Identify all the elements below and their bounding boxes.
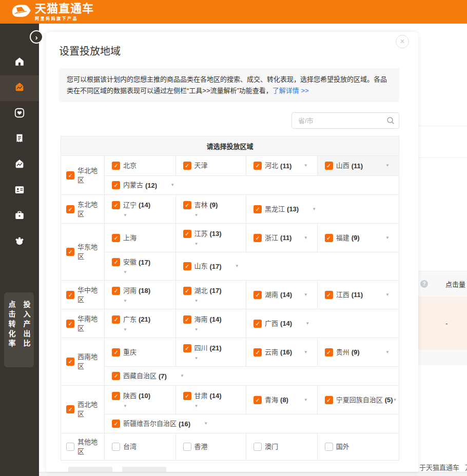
province-cell[interactable]: ✓北京 [105, 156, 176, 175]
province-cell[interactable]: ✓陕西(10)▼ [105, 386, 176, 414]
footer-link-fragment[interactable]: 于天猫直通车 [419, 462, 459, 472]
province-cell[interactable]: ✓海南(14)▼ [176, 309, 246, 338]
checkbox-checked[interactable]: ✓ [66, 320, 74, 328]
chevron-down-icon[interactable]: ▼ [123, 299, 127, 304]
province-cell[interactable]: ✓吉林(9)▼ [176, 195, 246, 223]
checkbox-checked[interactable]: ✓ [112, 392, 120, 400]
province-cell[interactable]: ✓辽宁(14)▼ [105, 195, 176, 223]
checkbox-checked[interactable]: ✓ [66, 405, 74, 413]
province-cell[interactable]: 台湾 [105, 433, 176, 460]
sidebar-item-home[interactable] [0, 50, 39, 75]
chevron-down-icon[interactable]: ▼ [304, 292, 308, 298]
checkbox-unchecked[interactable] [325, 443, 333, 451]
checkbox-unchecked[interactable] [66, 443, 74, 451]
sidebar-item-shop-sign[interactable] [0, 152, 39, 178]
region-group-toggle[interactable]: ✓华中地区 [61, 281, 105, 309]
checkbox-unchecked[interactable] [183, 443, 191, 451]
region-group-toggle[interactable]: ✓西北地区 [61, 386, 105, 433]
sidebar-item-favorite[interactable] [0, 101, 39, 127]
checkbox-checked[interactable]: ✓ [183, 262, 191, 270]
metrics-vertical-widget[interactable]: 点击转化率 投入产出比 [4, 292, 34, 367]
province-cell[interactable]: ✓贵州(9)▼ [317, 338, 399, 366]
checkbox-checked[interactable]: ✓ [66, 358, 74, 366]
chevron-down-icon[interactable]: ▼ [123, 327, 127, 332]
chevron-down-icon[interactable]: ▼ [385, 292, 390, 298]
learn-more-link[interactable]: 了解详情 >> [273, 87, 309, 94]
sidebar-item-contact-card[interactable] [0, 178, 39, 204]
chevron-down-icon[interactable]: ▼ [194, 327, 199, 332]
select-all-button[interactable]: 全部选中 [68, 467, 112, 472]
checkbox-unchecked[interactable] [254, 443, 262, 451]
checkbox-checked[interactable]: ✓ [254, 396, 262, 404]
checkbox-checked[interactable]: ✓ [254, 291, 262, 299]
chevron-down-icon[interactable]: ▼ [312, 207, 316, 212]
sidebar-item-paw[interactable] [0, 229, 39, 255]
province-cell[interactable]: 国外 [317, 433, 399, 460]
checkbox-checked[interactable]: ✓ [66, 205, 74, 213]
checkbox-checked[interactable]: ✓ [112, 315, 120, 324]
checkbox-checked[interactable]: ✓ [112, 181, 120, 189]
chevron-down-icon[interactable]: ▼ [304, 163, 308, 168]
checkbox-checked[interactable]: ✓ [66, 248, 74, 256]
province-cell[interactable]: ✓湖北(17)▼ [176, 281, 246, 309]
province-cell[interactable]: ✓四川(21)▼ [176, 338, 246, 366]
checkbox-checked[interactable]: ✓ [112, 420, 120, 428]
region-group-toggle[interactable]: ✓华南地区 [61, 309, 105, 338]
checkbox-checked[interactable]: ✓ [183, 230, 191, 238]
province-cell[interactable]: ✓上海 [105, 224, 176, 252]
chevron-down-icon[interactable]: ▼ [180, 373, 184, 379]
province-search-input[interactable] [291, 112, 399, 129]
region-group-toggle[interactable]: ✓华北地区 [61, 156, 105, 194]
checkbox-checked[interactable]: ✓ [325, 348, 333, 356]
checkbox-checked[interactable]: ✓ [254, 234, 262, 242]
cancel-all-button[interactable]: 全部取消 [122, 467, 166, 472]
checkbox-checked[interactable]: ✓ [183, 315, 191, 324]
sidebar-item-campaign[interactable] [0, 75, 39, 101]
province-cell[interactable]: ✓内蒙古(12)▼ [105, 176, 399, 194]
checkbox-checked[interactable]: ✓ [254, 162, 262, 170]
chevron-down-icon[interactable]: ▼ [123, 404, 127, 409]
province-cell[interactable]: ✓山西(11)▼ [317, 156, 399, 175]
checkbox-checked[interactable]: ✓ [183, 392, 191, 400]
province-cell[interactable]: ✓云南(16)▼ [246, 338, 317, 366]
region-group-toggle[interactable]: ✓西南地区 [61, 338, 105, 385]
province-cell[interactable]: ✓重庆 [105, 338, 176, 366]
checkbox-checked[interactable]: ✓ [112, 348, 120, 356]
checkbox-checked[interactable]: ✓ [183, 162, 191, 170]
chevron-down-icon[interactable]: ▼ [194, 299, 199, 304]
region-group-toggle[interactable]: ✓东北地区 [61, 195, 105, 223]
sidebar-item-briefcase[interactable] [0, 204, 39, 229]
province-cell[interactable]: ✓新疆维吾尔自治区(16)▼ [105, 414, 399, 433]
chevron-down-icon[interactable]: ▼ [123, 270, 127, 275]
checkbox-checked[interactable]: ✓ [325, 396, 333, 404]
checkbox-checked[interactable]: ✓ [112, 258, 120, 266]
province-cell[interactable]: ✓广东(21)▼ [105, 309, 176, 338]
province-cell[interactable]: ✓天津 [176, 156, 246, 175]
province-cell[interactable]: ✓黑龙江(13)▼ [246, 195, 399, 223]
checkbox-checked[interactable]: ✓ [183, 201, 191, 209]
chevron-down-icon[interactable]: ▼ [304, 235, 308, 241]
modal-close-button[interactable]: × [396, 35, 409, 48]
province-cell[interactable]: ✓福建(9)▼ [317, 224, 399, 252]
chevron-down-icon[interactable]: ▼ [304, 398, 308, 403]
checkbox-checked[interactable]: ✓ [112, 162, 120, 170]
province-cell[interactable]: ✓甘肃(14)▼ [176, 386, 246, 414]
checkbox-unchecked[interactable] [112, 443, 120, 451]
checkbox-checked[interactable]: ✓ [183, 287, 191, 295]
search-icon[interactable] [386, 116, 395, 125]
checkbox-checked[interactable]: ✓ [325, 291, 333, 299]
checkbox-checked[interactable]: ✓ [325, 234, 333, 242]
province-cell[interactable]: ✓宁夏回族自治区(5)▼ [317, 386, 406, 414]
chevron-down-icon[interactable]: ▼ [304, 350, 308, 355]
province-cell[interactable]: ✓山东(17)▼ [176, 252, 399, 280]
province-cell[interactable]: ✓河南(18)▼ [105, 281, 176, 309]
footer-link-fragment[interactable]: 万 [465, 462, 467, 472]
checkbox-checked[interactable]: ✓ [183, 344, 191, 352]
region-group-toggle[interactable]: 其他地区 [61, 433, 105, 460]
checkbox-checked[interactable]: ✓ [112, 234, 120, 242]
chevron-down-icon[interactable]: ▼ [194, 356, 199, 361]
chevron-down-icon[interactable]: ▼ [194, 242, 199, 247]
checkbox-checked[interactable]: ✓ [325, 162, 333, 170]
checkbox-checked[interactable]: ✓ [66, 291, 74, 299]
chevron-down-icon[interactable]: ▼ [170, 183, 174, 188]
